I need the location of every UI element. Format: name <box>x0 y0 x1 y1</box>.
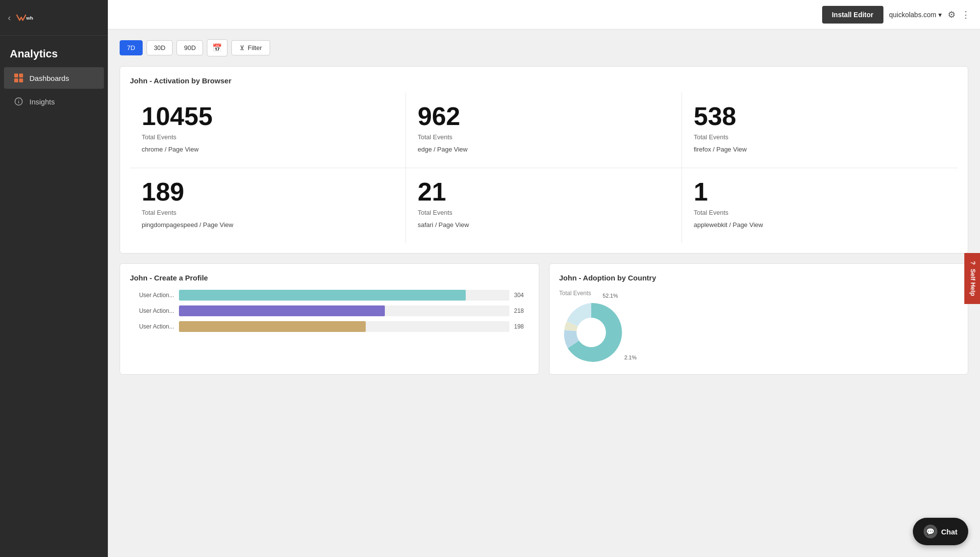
stat-label-chrome: Total Events <box>142 133 394 141</box>
bar-value-1: 304 <box>514 292 529 299</box>
sidebar-item-insights[interactable]: Insights <box>4 91 104 112</box>
bar-value-2: 218 <box>514 307 529 314</box>
pie-percent-52: 52.1% <box>603 293 618 299</box>
bar-label-1: User Action... <box>130 292 174 299</box>
activation-by-browser-card: John - Activation by Browser 10455 Total… <box>120 66 968 253</box>
filter-bar: 7D 30D 90D 📅 ⊻ Filter <box>120 39 968 56</box>
30d-button[interactable]: 30D <box>147 40 173 55</box>
self-help-label: Self Help <box>970 269 977 296</box>
stat-sublabel-edge: edge / Page View <box>418 146 670 153</box>
content-area: 7D 30D 90D 📅 ⊻ Filter John - Activation … <box>108 29 980 557</box>
bottom-grid: John - Create a Profile User Action... 3… <box>120 263 968 375</box>
chat-label: Chat <box>941 528 957 536</box>
sidebar: ‹ whatfix Analytics Dashboards Insights <box>0 0 108 557</box>
profile-card-title: John - Create a Profile <box>130 274 529 282</box>
stat-label-safari: Total Events <box>418 209 670 216</box>
stat-number-chrome: 10455 <box>142 102 394 130</box>
calendar-button[interactable]: 📅 <box>207 39 227 56</box>
stat-pingdom: 189 Total Events pingdompagespeed / Page… <box>130 168 406 243</box>
stat-safari: 21 Total Events safari / Page View <box>406 168 682 243</box>
adoption-country-card: John - Adoption by Country Total Events <box>549 263 969 375</box>
bar-label-2: User Action... <box>130 307 174 314</box>
bar-track-2 <box>179 305 509 316</box>
stat-label-edge: Total Events <box>418 133 670 141</box>
filter-icon: ⊻ <box>240 44 245 51</box>
filter-label: Filter <box>248 44 262 51</box>
dashboards-icon <box>14 73 24 83</box>
whatfix-logo: whatfix <box>16 9 33 26</box>
domain-name: quickolabs.com <box>889 11 937 19</box>
domain-selector[interactable]: quickolabs.com ▾ <box>889 11 942 19</box>
filter-button[interactable]: ⊻ Filter <box>231 40 270 55</box>
stat-number-edge: 962 <box>418 102 670 130</box>
more-icon[interactable]: ⋮ <box>961 9 970 20</box>
bar-label-3: User Action... <box>130 323 174 330</box>
main-area: Install Editor quickolabs.com ▾ ⚙ ⋮ 7D 3… <box>108 0 980 557</box>
bar-fill-1 <box>179 290 466 301</box>
chat-button[interactable]: 💬 Chat <box>913 518 968 545</box>
stats-grid: 10455 Total Events chrome / Page View 96… <box>130 93 958 243</box>
self-help-icon: ? <box>970 261 977 265</box>
sidebar-logo: ‹ whatfix <box>0 0 108 36</box>
domain-arrow: ▾ <box>938 11 942 19</box>
90d-button[interactable]: 90D <box>176 40 203 55</box>
analytics-title: Analytics <box>0 36 108 66</box>
bar-track-1 <box>179 290 509 301</box>
stat-applewebkit: 1 Total Events applewebkit / Page View <box>682 168 958 243</box>
stat-number-safari: 21 <box>418 178 670 206</box>
pie-chart: 52.1% 2.1% <box>559 301 623 364</box>
stat-edge: 962 Total Events edge / Page View <box>406 93 682 168</box>
self-help-tab[interactable]: ? Self Help <box>965 253 980 304</box>
bar-track-3 <box>179 321 509 332</box>
stat-chrome: 10455 Total Events chrome / Page View <box>130 93 406 168</box>
pie-percent-21: 2.1% <box>624 354 636 360</box>
insights-icon <box>14 97 24 106</box>
svg-point-2 <box>577 318 606 347</box>
stat-sublabel-pingdom: pingdompagespeed / Page View <box>142 221 394 228</box>
pie-area: Total Events <box>559 290 958 364</box>
stat-label-pingdom: Total Events <box>142 209 394 216</box>
bar-value-3: 198 <box>514 323 529 330</box>
settings-icon[interactable]: ⚙ <box>948 9 955 20</box>
stat-number-applewebkit: 1 <box>694 178 946 206</box>
adoption-card-title: John - Adoption by Country <box>559 274 958 282</box>
install-editor-button[interactable]: Install Editor <box>822 6 883 24</box>
bar-row-1: User Action... 304 <box>130 290 529 301</box>
bar-fill-3 <box>179 321 366 332</box>
stat-sublabel-applewebkit: applewebkit / Page View <box>694 221 946 228</box>
bar-row-3: User Action... 198 <box>130 321 529 332</box>
stat-number-pingdom: 189 <box>142 178 394 206</box>
bar-chart: User Action... 304 User Action... 218 <box>130 290 529 332</box>
stat-firefox: 538 Total Events firefox / Page View <box>682 93 958 168</box>
insights-label: Insights <box>29 98 55 106</box>
sidebar-item-dashboards[interactable]: Dashboards <box>4 67 104 89</box>
stat-sublabel-chrome: chrome / Page View <box>142 146 394 153</box>
activation-card-title: John - Activation by Browser <box>130 76 958 85</box>
chat-icon: 💬 <box>924 525 937 538</box>
bar-row-2: User Action... 218 <box>130 305 529 316</box>
topbar: Install Editor quickolabs.com ▾ ⚙ ⋮ <box>108 0 980 29</box>
bar-fill-2 <box>179 305 385 316</box>
stat-sublabel-safari: safari / Page View <box>418 221 670 228</box>
create-profile-card: John - Create a Profile User Action... 3… <box>120 263 539 375</box>
dashboards-label: Dashboards <box>29 74 69 82</box>
7d-button[interactable]: 7D <box>120 40 143 55</box>
svg-text:whatfix: whatfix <box>26 15 33 21</box>
stat-label-applewebkit: Total Events <box>694 209 946 216</box>
back-arrow[interactable]: ‹ <box>8 13 11 23</box>
stat-sublabel-firefox: firefox / Page View <box>694 146 946 153</box>
stat-label-firefox: Total Events <box>694 133 946 141</box>
stat-number-firefox: 538 <box>694 102 946 130</box>
pie-svg <box>559 301 623 364</box>
